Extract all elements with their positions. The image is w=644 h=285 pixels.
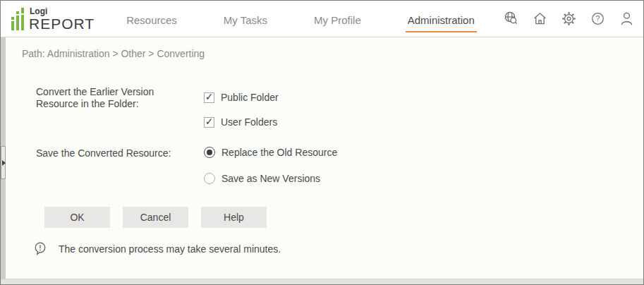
public-folder-checkbox[interactable] <box>204 92 214 103</box>
svg-text:?: ? <box>595 14 600 23</box>
breadcrumb: Path: Administration > Other > Convertin… <box>22 48 205 59</box>
ok-button[interactable]: OK <box>44 207 110 228</box>
home-icon[interactable] <box>531 11 548 28</box>
logo-wordmark: Logi REPORT <box>29 7 95 31</box>
action-button-row: OK Cancel Help <box>44 207 267 228</box>
sidebar-expand-handle[interactable] <box>1 146 6 179</box>
main-nav: Resources My Tasks My Profile Administra… <box>124 1 477 37</box>
conversion-note: The conversion process may take several … <box>34 242 281 255</box>
conversion-note-text: The conversion process may take several … <box>59 243 281 255</box>
advanced-search-icon[interactable] <box>502 11 519 28</box>
help-icon[interactable]: ? <box>589 11 606 28</box>
user-icon[interactable] <box>618 11 635 28</box>
option-replace-old-resource[interactable]: Replace the Old Resource <box>204 147 337 158</box>
option-public-folder[interactable]: Public Folder <box>204 92 279 103</box>
info-balloon-icon <box>34 242 47 255</box>
nav-administration[interactable]: Administration <box>406 8 477 32</box>
cancel-button[interactable]: Cancel <box>123 207 188 228</box>
logo-text-report: REPORT <box>29 16 95 31</box>
converting-page: Logi REPORT Resources My Tasks My Profil… <box>0 0 644 285</box>
replace-old-resource-label: Replace the Old Resource <box>221 147 337 158</box>
top-navbar: Logi REPORT Resources My Tasks My Profil… <box>1 1 643 37</box>
user-folders-label: User Folders <box>221 116 277 128</box>
user-folders-checkbox[interactable] <box>204 117 214 128</box>
logi-bars-icon <box>11 8 26 31</box>
replace-old-resource-radio[interactable] <box>204 147 215 158</box>
bottom-scrollbar-track[interactable] <box>1 279 643 284</box>
public-folder-label: Public Folder <box>221 92 279 103</box>
help-button[interactable]: Help <box>201 207 267 228</box>
settings-gear-icon[interactable] <box>560 11 577 28</box>
expand-right-arrow-icon <box>2 160 6 166</box>
nav-my-tasks[interactable]: My Tasks <box>221 8 269 32</box>
header-icon-group: ? <box>502 1 635 37</box>
option-save-as-new-versions[interactable]: Save as New Versions <box>204 173 320 184</box>
option-user-folders[interactable]: User Folders <box>204 116 277 128</box>
nav-my-profile[interactable]: My Profile <box>312 8 363 32</box>
logi-report-logo[interactable]: Logi REPORT <box>11 7 95 31</box>
save-resource-label: Save the Converted Resource: <box>36 147 188 159</box>
nav-resources[interactable]: Resources <box>124 8 179 32</box>
logo-text-logi: Logi <box>30 7 95 16</box>
save-as-new-versions-radio[interactable] <box>204 173 215 184</box>
save-as-new-versions-label: Save as New Versions <box>221 173 320 184</box>
convert-folder-label: Convert the Earlier Version Resource in … <box>36 86 188 110</box>
